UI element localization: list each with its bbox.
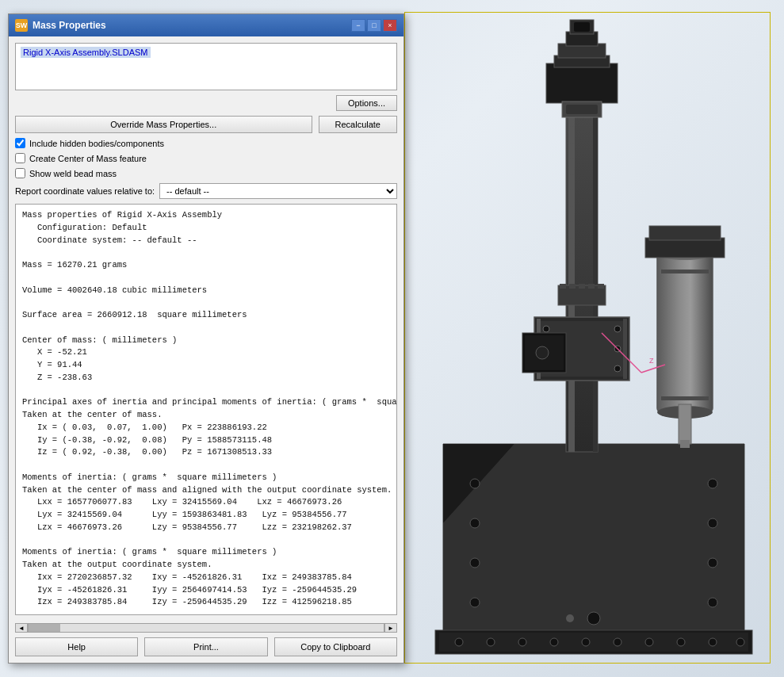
mass-data-line	[22, 296, 390, 309]
options-row: Options...	[15, 95, 397, 111]
svg-rect-52	[661, 396, 709, 400]
svg-point-42	[614, 326, 621, 332]
minimize-button[interactable]: −	[351, 19, 365, 32]
mass-data-line	[22, 384, 390, 397]
svg-point-7	[470, 598, 480, 607]
mass-data-line: Volume = 4002640.18 cubic millimeters	[22, 285, 390, 297]
svg-point-69	[487, 638, 495, 646]
app-icon-text: SW	[16, 21, 28, 29]
recalculate-button[interactable]: Recalculate	[319, 116, 397, 133]
options-button[interactable]: Options...	[336, 95, 397, 111]
close-button[interactable]: ×	[383, 19, 397, 32]
mass-data-line	[22, 322, 390, 335]
mass-data-line: Y = 91.44	[22, 359, 390, 372]
svg-point-47	[536, 346, 549, 359]
show-weld-label: Show weld bead mass	[29, 169, 117, 178]
coordinate-dropdown-row: Report coordinate values relative to: --…	[15, 183, 397, 199]
svg-rect-61	[588, 284, 595, 289]
mass-data-line: Mass = 16270.21 grams	[22, 259, 390, 272]
print-button[interactable]: Print...	[144, 637, 267, 656]
svg-point-9	[708, 518, 717, 528]
svg-rect-22	[570, 270, 573, 285]
svg-rect-60	[579, 284, 585, 289]
scroll-right-arrow[interactable]: ►	[384, 623, 397, 633]
override-recalculate-row: Override Mass Properties... Recalculate	[15, 116, 397, 133]
svg-rect-20	[570, 206, 573, 222]
mass-data-line: Lzx = 46676973.26 Lzy = 95384556.77 Lzz …	[22, 522, 390, 534]
mass-data-line	[22, 459, 390, 472]
title-controls: − □ ×	[351, 19, 397, 32]
mass-data-line	[22, 247, 390, 259]
svg-point-76	[709, 638, 717, 646]
svg-rect-54	[680, 440, 690, 448]
svg-point-77	[736, 638, 744, 646]
svg-point-72	[582, 638, 590, 646]
coordinate-label: Report coordinate values relative to:	[15, 186, 155, 196]
svg-point-8	[708, 479, 717, 488]
mass-data-line: Taken at the center of mass and aligned …	[22, 484, 390, 497]
coordinate-select[interactable]: -- default --	[159, 183, 397, 199]
svg-point-74	[645, 638, 653, 646]
mass-data-line: Taken at the center of mass.	[22, 409, 390, 422]
mass-data-line: Moments of inertia: ( grams * square mil…	[22, 472, 390, 484]
cad-machine-svg: Z	[411, 16, 776, 666]
show-weld-row: Show weld bead mass	[15, 168, 397, 178]
svg-point-12	[587, 612, 600, 625]
mass-data-line: Configuration: Default	[22, 222, 390, 235]
svg-rect-18	[570, 143, 573, 159]
mass-data-line: Lxx = 1657706077.83 Lxy = 32415569.04 Lx…	[22, 496, 390, 509]
copy-to-clipboard-button[interactable]: Copy to Clipboard	[274, 637, 397, 656]
svg-rect-53	[679, 404, 691, 444]
scroll-left-arrow[interactable]: ◄	[15, 623, 28, 633]
mass-data-line	[22, 534, 390, 547]
mass-data-line: Moments of inertia: ( grams * square mil…	[22, 546, 390, 559]
svg-rect-51	[661, 270, 709, 273]
svg-rect-38	[623, 319, 627, 379]
maximize-button[interactable]: □	[367, 19, 381, 32]
mass-data-line: Ix = ( 0.03, 0.07, 1.00) Px = 223886193.…	[22, 422, 390, 434]
svg-rect-58	[560, 284, 566, 289]
assembly-name-box: Rigid X-Axis Assembly.SLDASM	[15, 43, 397, 90]
scroll-bar[interactable]	[28, 623, 384, 633]
scroll-thumb	[29, 624, 60, 632]
svg-point-10	[708, 558, 717, 568]
mass-data-line	[22, 272, 390, 285]
svg-point-13	[566, 614, 574, 622]
svg-rect-16	[593, 95, 598, 452]
svg-point-70	[518, 638, 526, 646]
mass-data-line: X = -52.21	[22, 346, 390, 359]
mass-data-line: Iy = (-0.38, -0.92, 0.08) Py = 158857311…	[22, 434, 390, 447]
dialog-title: Mass Properties	[33, 20, 106, 31]
mass-data-line: Izx = 249383785.84 Izy = -259644535.29 I…	[22, 596, 390, 609]
mass-data-line: Coordinate system: -- default --	[22, 235, 390, 247]
mass-data-line: Taken at the output coordinate system.	[22, 559, 390, 572]
bottom-buttons: Help Print... Copy to Clipboard	[9, 634, 403, 663]
svg-rect-32	[574, 22, 590, 32]
svg-point-73	[614, 638, 621, 646]
mass-data-line: Center of mass: ( millimeters )	[22, 335, 390, 347]
svg-rect-55	[645, 238, 725, 258]
title-bar-left: SW Mass Properties	[15, 19, 106, 32]
create-center-checkbox[interactable]	[15, 153, 25, 163]
mass-data-display: Mass properties of Rigid X-Axis Assembly…	[15, 204, 397, 615]
mass-data-line: Z = -238.63	[22, 372, 390, 384]
svg-rect-48	[657, 254, 713, 412]
mass-data-line: Iz = ( 0.92, -0.38, 0.00) Pz = 167130851…	[22, 446, 390, 459]
svg-rect-67	[439, 633, 748, 652]
title-bar: SW Mass Properties − □ ×	[9, 14, 403, 36]
svg-point-39	[543, 326, 549, 332]
svg-rect-27	[546, 63, 618, 103]
svg-point-11	[708, 598, 717, 607]
mass-data-line: Ixx = 2720236857.32 Ixy = -45261826.31 I…	[22, 572, 390, 584]
create-center-row: Create Center of Mass feature	[15, 153, 397, 163]
include-hidden-checkbox[interactable]	[15, 138, 25, 148]
svg-point-6	[470, 558, 480, 568]
svg-rect-34	[566, 105, 598, 114]
svg-rect-59	[569, 284, 576, 289]
help-button[interactable]: Help	[15, 637, 138, 656]
override-button[interactable]: Override Mass Properties...	[15, 116, 312, 133]
show-weld-checkbox[interactable]	[15, 168, 25, 178]
mass-properties-dialog: SW Mass Properties − □ × Rigid X-Axis As…	[8, 13, 404, 664]
svg-point-4	[470, 479, 480, 488]
mass-data-line: Iyx = -45261826.31 Iyy = 2564697414.53 I…	[22, 584, 390, 597]
